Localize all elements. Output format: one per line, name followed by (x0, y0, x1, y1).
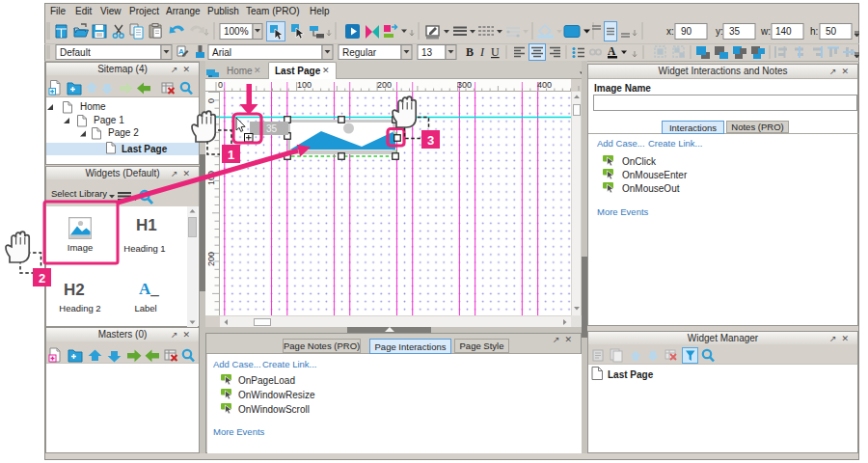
svg-text:B: B (466, 45, 474, 59)
svg-text:90: 90 (681, 26, 692, 37)
svg-text:100%: 100% (224, 26, 249, 37)
svg-text:U: U (491, 45, 500, 59)
svg-text:13: 13 (421, 47, 433, 58)
svg-text:50: 50 (826, 26, 837, 37)
svg-text:w:: w: (760, 26, 771, 37)
svg-text:35: 35 (729, 26, 741, 37)
svg-text:h:: h: (810, 26, 818, 37)
svg-text:I: I (479, 45, 485, 59)
svg-text:A: A (608, 45, 616, 57)
svg-text:Default: Default (60, 47, 91, 58)
svg-text:x:: x: (666, 26, 674, 37)
svg-text:Regular: Regular (342, 47, 377, 58)
svg-text:Arial: Arial (212, 47, 231, 58)
svg-text:y:: y: (716, 26, 723, 37)
svg-text:140: 140 (775, 26, 792, 37)
